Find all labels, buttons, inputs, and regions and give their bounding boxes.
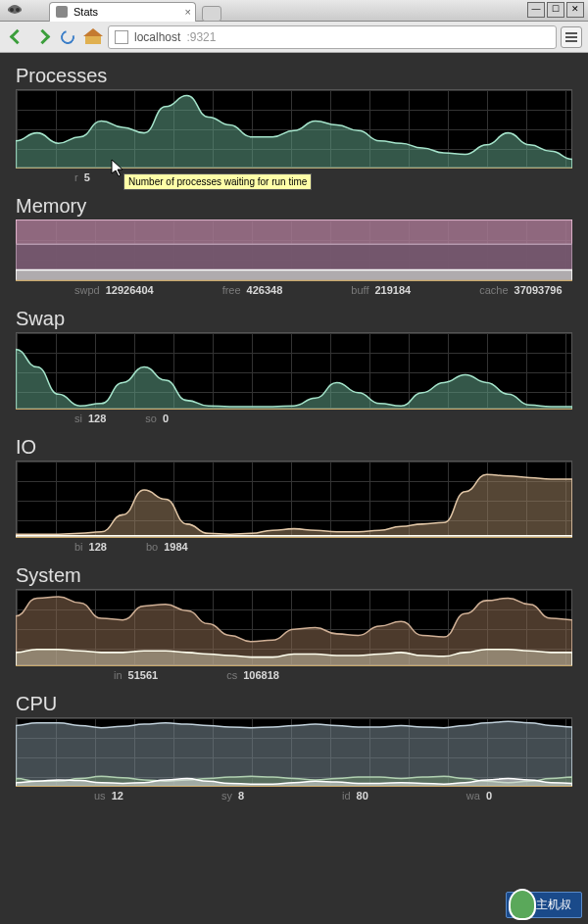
metric-b: b0 <box>129 171 147 183</box>
io-metrics: bi128 bo1984 <box>16 537 572 553</box>
system-metrics: in51561 cs106818 <box>16 665 572 681</box>
metric-free: free426348 <box>222 284 283 296</box>
maximize-button[interactable]: ☐ <box>547 2 564 18</box>
system-section: System in51561 cs106818 <box>16 564 572 681</box>
metric-si: si128 <box>74 413 106 424</box>
system-chart[interactable] <box>16 589 572 665</box>
browser-tab[interactable]: Stats × <box>49 2 196 22</box>
swap-section: Swap si128 so0 <box>16 308 572 424</box>
metric-in: in51561 <box>114 669 158 681</box>
page-content: Processes r5 b0 Number of processes wait… <box>0 53 588 924</box>
section-title: IO <box>16 436 572 459</box>
memory-metrics: swpd12926404 free426348 buff219184 cache… <box>16 280 572 296</box>
browser-toolbar: localhost:9321 <box>0 22 588 53</box>
metric-cache: cache37093796 <box>479 284 562 296</box>
favicon-icon <box>56 6 68 18</box>
page-icon <box>115 30 128 44</box>
swap-metrics: si128 so0 <box>16 409 572 424</box>
metric-bi: bi128 <box>74 541 107 553</box>
section-title: System <box>16 564 572 587</box>
metric-id: id80 <box>342 790 368 802</box>
back-button[interactable] <box>6 26 27 48</box>
metric-wa: wa0 <box>466 790 492 802</box>
watermark-badge: 主机叔 <box>506 892 582 918</box>
memory-chart[interactable] <box>16 219 572 280</box>
section-title: CPU <box>16 693 572 715</box>
cpu-metrics: us12 sy8 id80 wa0 <box>16 786 572 802</box>
close-tab-icon[interactable]: × <box>185 6 191 18</box>
cpu-section: CPU us12 sy8 id80 wa0 <box>16 693 572 802</box>
new-tab-button[interactable] <box>202 6 221 22</box>
metric-cs: cs106818 <box>226 669 279 681</box>
address-bar[interactable]: localhost:9321 <box>108 25 557 49</box>
tab-title: Stats <box>74 6 98 18</box>
close-window-button[interactable]: ✕ <box>566 2 584 18</box>
memory-section: Memory swpd12926404 free426348 buff21918… <box>16 195 572 296</box>
metric-buff: buff219184 <box>351 284 411 296</box>
incognito-icon <box>4 1 25 21</box>
cpu-chart[interactable] <box>16 717 572 786</box>
metric-bo: bo1984 <box>146 541 188 553</box>
metric-r: r5 <box>74 171 90 183</box>
section-title: Swap <box>16 308 572 330</box>
url-port: :9321 <box>186 30 216 44</box>
processes-metrics: r5 b0 <box>16 168 572 183</box>
metric-us: us12 <box>94 790 123 802</box>
swap-chart[interactable] <box>16 332 572 409</box>
processes-chart[interactable] <box>16 89 572 168</box>
window-titlebar: Stats × — ☐ ✕ <box>0 0 588 22</box>
svg-point-0 <box>10 8 14 12</box>
metric-swpd: swpd12926404 <box>74 284 154 296</box>
metric-sy: sy8 <box>221 790 244 802</box>
reload-button[interactable] <box>57 26 78 48</box>
svg-point-1 <box>16 8 20 12</box>
minimize-button[interactable]: — <box>527 2 545 18</box>
processes-section: Processes r5 b0 <box>16 65 572 183</box>
io-chart[interactable] <box>16 461 572 537</box>
menu-button[interactable] <box>561 26 582 48</box>
io-section: IO bi128 bo1984 <box>16 436 572 553</box>
section-title: Processes <box>16 65 572 87</box>
tab-strip: Stats × <box>49 0 221 22</box>
home-button[interactable] <box>82 26 104 48</box>
section-title: Memory <box>16 195 572 218</box>
url-host: localhost <box>134 30 180 44</box>
forward-button[interactable] <box>31 26 53 48</box>
metric-so: so0 <box>145 413 169 424</box>
